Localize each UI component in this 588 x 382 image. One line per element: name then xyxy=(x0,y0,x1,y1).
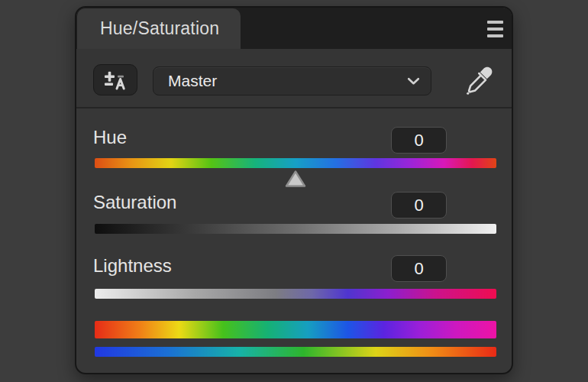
hue-value-field[interactable]: 0 xyxy=(391,127,447,154)
panel-title-bar: Hue/Saturation xyxy=(76,8,512,49)
hue-saturation-panel: Hue/Saturation Master xyxy=(75,6,513,374)
reference-spectrum-bottom xyxy=(95,347,496,357)
tab-hue-saturation[interactable]: Hue/Saturation xyxy=(77,8,241,49)
channel-select-dropdown[interactable]: Master xyxy=(153,66,431,96)
saturation-value-field[interactable]: 0 xyxy=(391,192,447,219)
hamburger-menu-icon[interactable] xyxy=(483,15,507,43)
lightness-value-field[interactable]: 0 xyxy=(391,255,447,282)
add-preset-button[interactable] xyxy=(93,64,137,96)
hue-slider-track[interactable] xyxy=(95,158,496,168)
saturation-slider-track[interactable] xyxy=(95,224,496,234)
chevron-down-icon xyxy=(407,77,420,86)
panel-title: Hue/Saturation xyxy=(100,18,219,39)
color-picker-button[interactable] xyxy=(460,63,497,98)
hue-slider-thumb[interactable] xyxy=(283,169,308,189)
channel-select-value: Master xyxy=(168,72,407,90)
hue-label: Hue xyxy=(93,127,127,148)
reference-spectrum-top xyxy=(95,321,496,338)
eyedropper-icon xyxy=(464,65,494,96)
lightness-slider-track[interactable] xyxy=(95,289,496,299)
saturation-label: Saturation xyxy=(93,192,176,213)
desktop-background: Hue/Saturation Master xyxy=(0,0,588,382)
add-preset-icon xyxy=(104,70,127,90)
lightness-label: Lightness xyxy=(93,255,172,277)
panel-toolbar: Master xyxy=(76,49,512,108)
